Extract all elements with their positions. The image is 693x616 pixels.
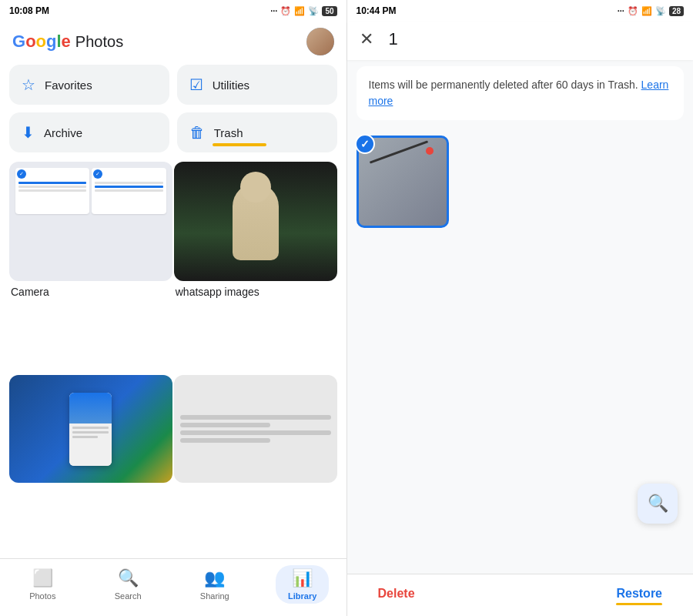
calendar-row: ✓ ✓	[15, 168, 166, 214]
favorites-label: Favorites	[45, 79, 92, 92]
restore-underline	[616, 603, 662, 605]
album-camera[interactable]: ✓ ✓ Camera	[9, 162, 172, 373]
archive-icon: ⬇	[22, 123, 35, 142]
archive-label: Archive	[44, 126, 82, 139]
trash-button[interactable]: 🗑 Trash	[177, 112, 337, 152]
utilities-icon: ☑	[189, 75, 203, 94]
status-bar-right: 10:44 PM ··· ⏰ 📶 📡 28	[347, 0, 694, 22]
trash-info-banner: Items will be permanently deleted after …	[357, 66, 685, 120]
whatsapp-thumbnail	[174, 162, 337, 281]
battery-right: 28	[669, 6, 684, 16]
blurred-thumbnail	[174, 375, 337, 483]
avatar[interactable]	[306, 28, 334, 55]
phone-content	[69, 424, 112, 466]
nav-photos[interactable]: ⬜ Photos	[17, 565, 68, 604]
category-buttons: ☆ Favorites ☑ Utilities ⬇ Archive 🗑 Tras…	[0, 65, 346, 162]
signal-dots-left: ···	[270, 6, 277, 15]
time-left: 10:08 PM	[9, 5, 49, 16]
utilities-label: Utilities	[213, 79, 249, 92]
delete-button[interactable]: Delete	[378, 587, 415, 601]
bottom-actions-right: Delete Restore	[347, 574, 694, 616]
photos-nav-icon: ⬜	[32, 568, 53, 588]
albums-grid: ✓ ✓ Camera whatsapp images	[0, 162, 346, 558]
trash-label: Trash	[214, 126, 243, 139]
whatsapp-label: whatsapp images	[174, 286, 337, 298]
signal-bars-left: 📶	[294, 6, 305, 16]
library-nav-icon: 📊	[292, 568, 313, 588]
star-icon: ☆	[22, 75, 35, 94]
cable-decoration	[369, 140, 427, 163]
selected-checkmark: ✓	[355, 134, 375, 154]
calendar-card-2: ✓	[92, 168, 166, 214]
bottom-nav-left: ⬜ Photos 🔍 Search 👥 Sharing 📊 Library	[0, 558, 346, 616]
camera-label: Camera	[9, 286, 172, 298]
nav-search[interactable]: 🔍 Search	[102, 565, 154, 604]
restore-button[interactable]: Restore	[616, 587, 662, 601]
album-whatsapp[interactable]: whatsapp images	[174, 162, 337, 373]
alarm-icon-left: ⏰	[280, 6, 291, 16]
time-right: 10:44 PM	[357, 5, 397, 16]
sharing-nav-label: Sharing	[200, 591, 229, 601]
camera-thumbnail: ✓ ✓	[9, 162, 172, 281]
album-phone[interactable]	[9, 375, 172, 558]
search-nav-icon: 🔍	[118, 568, 139, 588]
battery-left: 50	[322, 6, 336, 16]
calendar-card-1: ✓	[15, 168, 89, 214]
zoom-icon: 🔍	[648, 494, 668, 514]
phone-inner	[69, 393, 112, 466]
logo-letter: Google	[12, 32, 71, 52]
left-panel: 10:08 PM ··· ⏰ 📶 📡 50 Google Photos ☆ Fa…	[0, 0, 346, 616]
album-blurred[interactable]	[174, 375, 337, 558]
dot-decoration	[426, 147, 434, 155]
status-bar-left: 10:08 PM ··· ⏰ 📶 📡 50	[0, 0, 346, 22]
signal-bars-right: 📶	[641, 6, 652, 16]
close-button[interactable]: ✕	[360, 31, 373, 48]
status-icons-left: ··· ⏰ 📶 📡 50	[270, 6, 336, 16]
library-nav-label: Library	[288, 591, 316, 601]
restore-label: Restore	[616, 587, 662, 600]
sharing-nav-icon: 👥	[204, 568, 225, 588]
wifi-icon-left: 📡	[308, 6, 319, 16]
phone-thumbnail	[9, 375, 172, 483]
status-icons-right: ··· ⏰ 📶 📡 28	[618, 6, 684, 16]
utilities-button[interactable]: ☑ Utilities	[177, 65, 337, 105]
search-nav-label: Search	[115, 591, 142, 601]
alarm-icon-right: ⏰	[628, 6, 638, 16]
phone-screen	[69, 393, 112, 424]
photos-nav-label: Photos	[29, 591, 55, 601]
wp-figure	[233, 183, 279, 260]
nav-library[interactable]: 📊 Library	[276, 565, 329, 604]
trash-header: ✕ 1	[347, 22, 694, 60]
signal-dots-right: ···	[618, 6, 624, 15]
app-logo: Google Photos	[12, 32, 123, 52]
trash-info-text: Items will be permanently deleted after …	[369, 79, 638, 91]
trash-underline	[213, 143, 266, 146]
avatar-image	[306, 28, 334, 55]
right-panel: 10:44 PM ··· ⏰ 📶 📡 28 ✕ 1 Items will be …	[347, 0, 694, 616]
trash-photo-item[interactable]: ✓	[357, 136, 449, 228]
zoom-fab-button[interactable]: 🔍	[638, 484, 678, 524]
nav-sharing[interactable]: 👥 Sharing	[188, 565, 242, 604]
wifi-icon-right: 📡	[655, 6, 666, 16]
header-left: Google Photos	[0, 22, 346, 65]
app-name: Photos	[75, 33, 123, 51]
check-icon-1: ✓	[17, 169, 26, 179]
trash-icon: 🗑	[189, 124, 205, 142]
favorites-button[interactable]: ☆ Favorites	[9, 65, 169, 105]
check-icon-2: ✓	[93, 169, 102, 179]
selection-count: 1	[389, 29, 398, 49]
archive-button[interactable]: ⬇ Archive	[9, 112, 169, 152]
